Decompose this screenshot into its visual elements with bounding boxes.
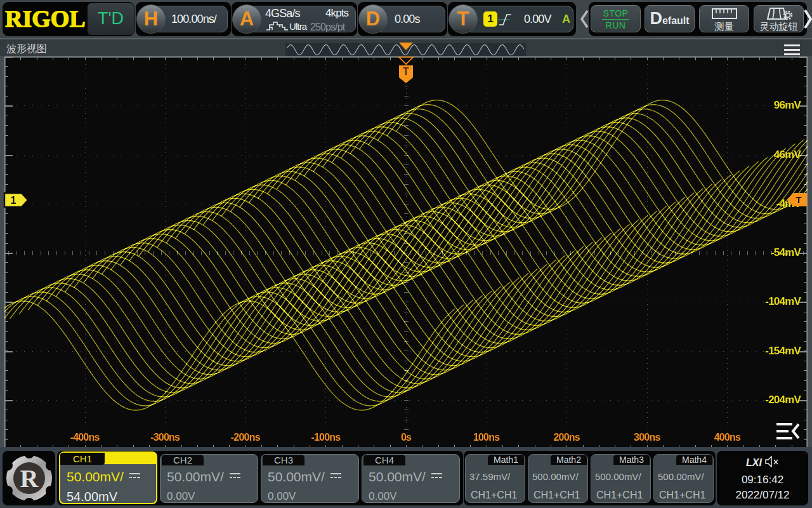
svg-text:T: T <box>796 194 801 205</box>
svg-text:T: T <box>403 66 409 77</box>
svg-text:R: R <box>20 464 39 493</box>
svg-text:1: 1 <box>11 195 16 206</box>
